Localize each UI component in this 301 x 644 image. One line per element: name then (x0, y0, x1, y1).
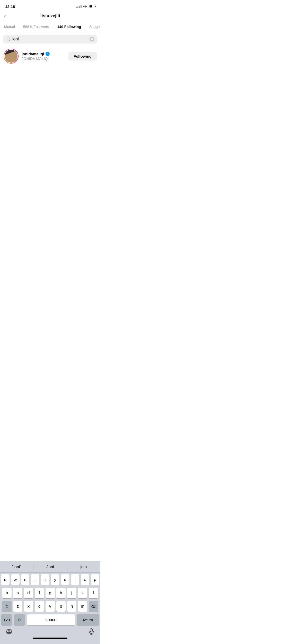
user-info: jonidamaliqi ✓ JONIDA MALIQI (22, 52, 65, 61)
search-input[interactable] (12, 37, 87, 41)
page-title: itsluizejlli (40, 13, 60, 19)
svg-rect-6 (7, 59, 15, 63)
back-button[interactable]: ‹ (4, 13, 6, 19)
status-icons (76, 5, 95, 8)
tab-suggested[interactable]: Suggested (85, 22, 100, 32)
following-button[interactable]: Following (68, 52, 97, 60)
signal-icon (76, 5, 82, 8)
svg-point-4 (8, 53, 14, 60)
avatar-gradient-ring (4, 49, 19, 64)
search-icon (6, 37, 10, 41)
tabs-container: Mutual 588 K Followers 140 Following Sug… (0, 22, 100, 32)
tab-followers[interactable]: 588 K Followers (19, 22, 53, 32)
status-time: 12:18 (5, 4, 15, 9)
tab-following[interactable]: 140 Following (53, 22, 85, 32)
user-list-item: jonidamaliqi ✓ JONIDA MALIQI Following (0, 46, 100, 66)
username-row: jonidamaliqi ✓ (22, 52, 65, 56)
battery-icon (89, 5, 95, 8)
avatar-inner (4, 49, 18, 63)
username[interactable]: jonidamaliqi (22, 52, 44, 56)
clear-button[interactable] (90, 37, 94, 41)
avatar[interactable] (5, 50, 17, 63)
display-name: JONIDA MALIQI (22, 57, 65, 61)
verified-badge: ✓ (46, 52, 50, 56)
svg-line-1 (9, 40, 10, 41)
header: ‹ itsluizejlli (0, 11, 100, 22)
svg-rect-2 (5, 50, 17, 63)
search-container (0, 32, 100, 46)
status-bar: 12:18 (0, 0, 100, 11)
wifi-icon (83, 5, 87, 8)
tab-mutual[interactable]: Mutual (0, 22, 19, 32)
svg-point-3 (7, 51, 15, 57)
search-bar (3, 35, 97, 43)
svg-point-5 (7, 50, 15, 56)
